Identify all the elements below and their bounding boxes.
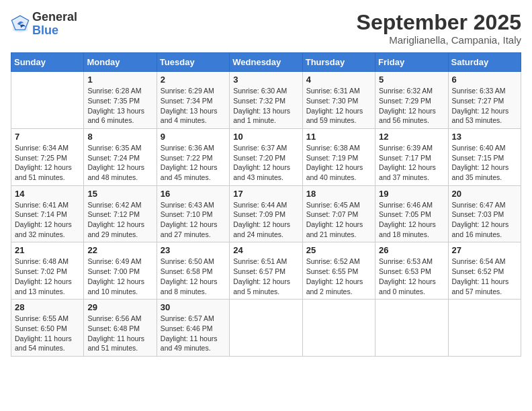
day-number: 14 xyxy=(15,189,80,199)
day-number: 21 xyxy=(15,245,80,255)
calendar-cell: 9Sunrise: 6:36 AMSunset: 7:22 PMDaylight… xyxy=(157,128,229,185)
calendar-cell: 28Sunrise: 6:55 AMSunset: 6:50 PMDayligh… xyxy=(11,300,84,357)
header-day-friday: Friday xyxy=(375,53,448,72)
calendar-cell: 23Sunrise: 6:50 AMSunset: 6:58 PMDayligh… xyxy=(157,242,229,300)
day-info: Sunrise: 6:53 AMSunset: 6:53 PMDaylight:… xyxy=(379,257,444,296)
day-info: Sunrise: 6:43 AMSunset: 7:10 PMDaylight:… xyxy=(161,200,226,240)
calendar-header: SundayMondayTuesdayWednesdayThursdayFrid… xyxy=(11,53,521,72)
day-info: Sunrise: 6:56 AMSunset: 6:48 PMDaylight:… xyxy=(87,314,152,353)
calendar-cell: 15Sunrise: 6:42 AMSunset: 7:12 PMDayligh… xyxy=(84,185,157,242)
calendar-cell xyxy=(375,300,448,357)
day-number: 22 xyxy=(87,245,152,255)
calendar-cell xyxy=(230,300,302,357)
calendar-cell: 24Sunrise: 6:51 AMSunset: 6:57 PMDayligh… xyxy=(230,242,302,300)
calendar-cell: 10Sunrise: 6:37 AMSunset: 7:20 PMDayligh… xyxy=(230,128,302,185)
day-info: Sunrise: 6:39 AMSunset: 7:17 PMDaylight:… xyxy=(379,143,444,183)
day-number: 20 xyxy=(452,189,517,199)
day-info: Sunrise: 6:34 AMSunset: 7:25 PMDaylight:… xyxy=(15,143,80,183)
calendar-cell: 12Sunrise: 6:39 AMSunset: 7:17 PMDayligh… xyxy=(375,128,448,185)
day-info: Sunrise: 6:40 AMSunset: 7:15 PMDaylight:… xyxy=(452,143,517,183)
day-number: 10 xyxy=(233,132,298,142)
header-day-saturday: Saturday xyxy=(448,53,521,72)
day-number: 17 xyxy=(233,189,298,199)
day-number: 15 xyxy=(87,189,152,199)
day-number: 28 xyxy=(15,302,80,312)
logo: General Blue xyxy=(11,11,77,38)
calendar-cell: 13Sunrise: 6:40 AMSunset: 7:15 PMDayligh… xyxy=(448,128,521,185)
day-info: Sunrise: 6:50 AMSunset: 6:58 PMDaylight:… xyxy=(161,257,226,296)
calendar-cell: 22Sunrise: 6:49 AMSunset: 7:00 PMDayligh… xyxy=(84,242,157,300)
day-number: 29 xyxy=(87,302,152,312)
day-info: Sunrise: 6:29 AMSunset: 7:34 PMDaylight:… xyxy=(161,86,226,126)
header-day-tuesday: Tuesday xyxy=(157,53,229,72)
day-info: Sunrise: 6:32 AMSunset: 7:29 PMDaylight:… xyxy=(379,86,444,126)
day-number: 6 xyxy=(452,75,517,85)
day-number: 26 xyxy=(379,245,444,255)
calendar-cell: 3Sunrise: 6:30 AMSunset: 7:32 PMDaylight… xyxy=(230,72,302,129)
day-number: 5 xyxy=(379,75,444,85)
header-day-wednesday: Wednesday xyxy=(230,53,302,72)
calendar-cell: 8Sunrise: 6:35 AMSunset: 7:24 PMDaylight… xyxy=(84,128,157,185)
logo-general: General xyxy=(32,11,77,24)
day-number: 9 xyxy=(161,132,226,142)
day-info: Sunrise: 6:36 AMSunset: 7:22 PMDaylight:… xyxy=(161,143,226,183)
title-block: September 2025 Mariglianella, Campania, … xyxy=(357,11,521,46)
calendar-cell: 17Sunrise: 6:44 AMSunset: 7:09 PMDayligh… xyxy=(230,185,302,242)
day-info: Sunrise: 6:30 AMSunset: 7:32 PMDaylight:… xyxy=(233,86,298,126)
day-info: Sunrise: 6:44 AMSunset: 7:09 PMDaylight:… xyxy=(233,200,298,240)
day-number: 11 xyxy=(306,132,371,142)
calendar-week-2: 7Sunrise: 6:34 AMSunset: 7:25 PMDaylight… xyxy=(11,128,521,185)
calendar-cell: 27Sunrise: 6:54 AMSunset: 6:52 PMDayligh… xyxy=(448,242,521,300)
calendar-cell: 7Sunrise: 6:34 AMSunset: 7:25 PMDaylight… xyxy=(11,128,84,185)
day-info: Sunrise: 6:37 AMSunset: 7:20 PMDaylight:… xyxy=(233,143,298,183)
day-info: Sunrise: 6:49 AMSunset: 7:00 PMDaylight:… xyxy=(87,257,152,296)
day-info: Sunrise: 6:38 AMSunset: 7:19 PMDaylight:… xyxy=(306,143,371,183)
day-number: 16 xyxy=(161,189,226,199)
day-info: Sunrise: 6:28 AMSunset: 7:35 PMDaylight:… xyxy=(87,86,152,126)
day-number: 4 xyxy=(306,75,371,85)
month-title: September 2025 xyxy=(357,11,521,34)
day-number: 18 xyxy=(306,189,371,199)
day-info: Sunrise: 6:46 AMSunset: 7:05 PMDaylight:… xyxy=(379,200,444,240)
calendar-cell: 30Sunrise: 6:57 AMSunset: 6:46 PMDayligh… xyxy=(157,300,229,357)
day-info: Sunrise: 6:52 AMSunset: 6:55 PMDaylight:… xyxy=(306,257,371,296)
logo-icon xyxy=(11,15,30,34)
day-number: 19 xyxy=(379,189,444,199)
calendar-week-3: 14Sunrise: 6:41 AMSunset: 7:14 PMDayligh… xyxy=(11,185,521,242)
day-info: Sunrise: 6:55 AMSunset: 6:50 PMDaylight:… xyxy=(15,314,80,353)
calendar-cell xyxy=(302,300,375,357)
calendar-cell: 5Sunrise: 6:32 AMSunset: 7:29 PMDaylight… xyxy=(375,72,448,129)
day-number: 8 xyxy=(87,132,152,142)
logo-blue: Blue xyxy=(32,24,77,38)
day-number: 12 xyxy=(379,132,444,142)
calendar-cell: 6Sunrise: 6:33 AMSunset: 7:27 PMDaylight… xyxy=(448,72,521,129)
calendar-week-1: 1Sunrise: 6:28 AMSunset: 7:35 PMDaylight… xyxy=(11,72,521,129)
calendar-cell: 25Sunrise: 6:52 AMSunset: 6:55 PMDayligh… xyxy=(302,242,375,300)
day-number: 3 xyxy=(233,75,298,85)
day-number: 27 xyxy=(452,245,517,255)
day-info: Sunrise: 6:33 AMSunset: 7:27 PMDaylight:… xyxy=(452,86,517,126)
day-info: Sunrise: 6:41 AMSunset: 7:14 PMDaylight:… xyxy=(15,200,80,240)
day-info: Sunrise: 6:54 AMSunset: 6:52 PMDaylight:… xyxy=(452,257,517,296)
header-day-sunday: Sunday xyxy=(11,53,84,72)
logo-text: General Blue xyxy=(32,11,77,38)
calendar-week-5: 28Sunrise: 6:55 AMSunset: 6:50 PMDayligh… xyxy=(11,300,521,357)
calendar-cell: 2Sunrise: 6:29 AMSunset: 7:34 PMDaylight… xyxy=(157,72,229,129)
calendar-cell: 16Sunrise: 6:43 AMSunset: 7:10 PMDayligh… xyxy=(157,185,229,242)
day-info: Sunrise: 6:57 AMSunset: 6:46 PMDaylight:… xyxy=(161,314,226,353)
day-number: 7 xyxy=(15,132,80,142)
day-number: 1 xyxy=(87,75,152,85)
header-day-thursday: Thursday xyxy=(302,53,375,72)
day-number: 25 xyxy=(306,245,371,255)
day-number: 23 xyxy=(161,245,226,255)
calendar-body: 1Sunrise: 6:28 AMSunset: 7:35 PMDaylight… xyxy=(11,72,521,357)
calendar-cell: 18Sunrise: 6:45 AMSunset: 7:07 PMDayligh… xyxy=(302,185,375,242)
calendar-cell: 21Sunrise: 6:48 AMSunset: 7:02 PMDayligh… xyxy=(11,242,84,300)
day-number: 13 xyxy=(452,132,517,142)
day-info: Sunrise: 6:51 AMSunset: 6:57 PMDaylight:… xyxy=(233,257,298,296)
day-number: 24 xyxy=(233,245,298,255)
calendar-cell: 4Sunrise: 6:31 AMSunset: 7:30 PMDaylight… xyxy=(302,72,375,129)
calendar-cell: 19Sunrise: 6:46 AMSunset: 7:05 PMDayligh… xyxy=(375,185,448,242)
calendar-cell: 11Sunrise: 6:38 AMSunset: 7:19 PMDayligh… xyxy=(302,128,375,185)
calendar-cell: 20Sunrise: 6:47 AMSunset: 7:03 PMDayligh… xyxy=(448,185,521,242)
